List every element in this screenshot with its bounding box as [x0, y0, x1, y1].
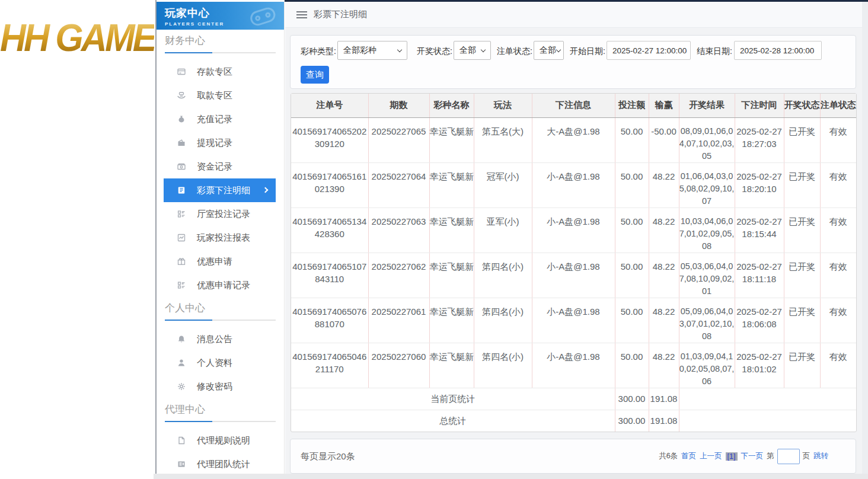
sidebar-menu: 财务中心存款专区取款专区充值记录提现记录资金记录彩票下注明细厅室投注记录玩家投注…	[157, 33, 284, 476]
sidebar-item-agent-team[interactable]: 代理团队统计	[157, 452, 284, 476]
logo-text: HH GAME	[0, 16, 155, 60]
cell: 48.22	[649, 298, 679, 343]
cell: 48.22	[649, 207, 679, 253]
sidebar-item-label: 厅室投注记录	[197, 209, 250, 220]
end-date-input[interactable]: 2025-02-28 12:00:00	[734, 41, 822, 60]
lottery-type-select[interactable]: 全部彩种	[337, 41, 407, 60]
page-size-text: 每页显示20条	[301, 451, 355, 462]
table-row[interactable]: 40156917406520230912020250227065幸运飞艇新第五名…	[291, 117, 856, 162]
sidebar-item-label: 存款专区	[197, 66, 232, 78]
sidebar-item-deposit[interactable]: 存款专区	[157, 60, 284, 84]
table-row[interactable]: 40156917406504621117020250227060幸运飞艇新第四名…	[291, 343, 856, 388]
table-row[interactable]: 40156917406507688107020250227061幸运飞艇新第四名…	[291, 298, 856, 343]
col-header: 输赢	[649, 94, 679, 117]
sidebar-item-label: 优惠申请记录	[197, 280, 250, 291]
sidebar-item-player-report[interactable]: 玩家投注报表	[157, 226, 284, 250]
sidebar-item-notice[interactable]: 消息公告	[157, 327, 284, 351]
draw-status-select[interactable]: 全部	[454, 41, 491, 60]
cell: 有效	[820, 298, 856, 343]
next-page-link[interactable]: 下一页	[741, 451, 764, 461]
cell: 有效	[820, 162, 856, 207]
col-header: 注单号	[291, 94, 368, 117]
cell: 50.00	[615, 343, 649, 388]
main-area: 彩票下注明细 彩种类型: 全部彩种 开奖状态: 全部 注单状态: 全部 开始日期…	[285, 2, 868, 474]
col-header: 下注时间	[735, 94, 784, 117]
cell: 幸运飞艇新	[429, 298, 474, 343]
sidebar-item-withdraw-record[interactable]: 提现记录	[157, 131, 284, 155]
profile-icon	[177, 358, 186, 368]
cell: 2025-02-27 18:15:44	[735, 207, 784, 253]
cell: 2025-02-27 18:20:10	[735, 162, 784, 207]
cell: 2025-02-27 18:27:03	[735, 117, 784, 162]
cell: 20250227063	[368, 207, 429, 253]
cell: 冠军(小)	[474, 162, 532, 207]
table-row[interactable]: 40156917406513442836020250227063幸运飞艇新亚军(…	[291, 207, 856, 253]
table-row[interactable]: 40156917406516102139020250227064幸运飞艇新冠军(…	[291, 162, 856, 207]
sidebar-item-label: 优惠申请	[197, 256, 232, 267]
cell: 幸运飞艇新	[429, 162, 474, 207]
menu-icon[interactable]	[296, 11, 307, 18]
chevron-down-icon	[481, 47, 486, 52]
sidebar-item-hall-bet-record[interactable]: 厅室投注记录	[157, 202, 284, 226]
summary-row: 总统计300.00191.08	[291, 410, 856, 432]
cell: 20250227065	[368, 117, 429, 162]
chevron-down-icon	[397, 47, 402, 52]
notice-icon	[177, 334, 186, 344]
lottery-type-value: 全部彩种	[343, 45, 376, 56]
summary-label: 当前页统计	[291, 388, 615, 410]
scrollbar-track[interactable]	[862, 2, 868, 479]
cell: 05,09,06,04,03,07,01,02,10,08	[679, 298, 735, 343]
cell: 小-A盘@1.98	[532, 162, 615, 207]
sidebar-item-profile[interactable]: 个人资料	[157, 351, 284, 375]
section-underline	[165, 421, 276, 422]
cell: 10,03,04,06,07,01,02,09,05,08	[679, 207, 735, 253]
sidebar-item-withdraw[interactable]: 取款专区	[157, 84, 284, 107]
col-header: 注单状态	[820, 94, 856, 117]
bottom-scrollbar-track[interactable]	[154, 474, 868, 479]
sidebar-item-lottery-bet-detail[interactable]: 彩票下注明细	[164, 178, 276, 202]
col-header: 开奖状态	[784, 94, 820, 117]
first-page-link[interactable]: 首页	[681, 451, 696, 461]
start-date-label: 开始日期:	[570, 46, 605, 57]
sidebar-item-recharge-record[interactable]: 充值记录	[157, 107, 284, 131]
prev-page-link[interactable]: 上一页	[700, 451, 722, 461]
sidebar-item-agent-rules[interactable]: 代理规则说明	[157, 429, 284, 452]
jump-action-link[interactable]: 跳转	[813, 451, 828, 461]
withdraw-icon	[177, 91, 186, 100]
sidebar-item-label: 代理规则说明	[197, 435, 250, 446]
section-underline	[165, 320, 276, 321]
search-button[interactable]: 查询	[301, 66, 329, 84]
cell: 第四名(小)	[474, 298, 532, 343]
chevron-down-icon	[556, 47, 561, 52]
cell: 小-A盘@1.98	[532, 298, 615, 343]
cell: 401569174065161021390	[291, 162, 368, 207]
bet-table: 注单号期数彩种名称玩法下注信息投注额输赢开奖结果下注时间开奖状态注单状态4015…	[291, 93, 857, 432]
funds-record-icon	[177, 162, 186, 171]
agent-team-icon	[177, 459, 186, 469]
cell: 401569174065202309120	[291, 117, 368, 162]
table-row[interactable]: 40156917406510784311020250227062幸运飞艇新第四名…	[291, 253, 856, 298]
player-report-icon	[177, 233, 186, 242]
cell: 第四名(小)	[474, 343, 532, 388]
col-header: 期数	[368, 94, 429, 117]
sidebar-item-promo-apply[interactable]: 优惠申请	[157, 250, 284, 273]
start-date-input[interactable]: 2025-02-27 12:00:00	[607, 41, 691, 60]
order-status-select[interactable]: 全部	[534, 41, 564, 60]
cell: 20250227064	[368, 162, 429, 207]
cell: 已开奖	[784, 298, 820, 343]
cell: 幸运飞艇新	[429, 343, 474, 388]
cell: 已开奖	[784, 162, 820, 207]
sidebar-item-promo-record[interactable]: 优惠申请记录	[157, 273, 284, 297]
sidebar-item-label: 充值记录	[197, 114, 232, 125]
sidebar-item-label: 消息公告	[197, 334, 232, 345]
col-header: 玩法	[474, 94, 532, 117]
sidebar-item-funds-record[interactable]: 资金记录	[157, 155, 284, 178]
current-page[interactable]: [1]	[726, 452, 738, 461]
jump-page-input[interactable]	[777, 449, 800, 464]
cell: 第五名(大)	[474, 117, 532, 162]
cell: -50.00	[649, 117, 679, 162]
cell: 48.22	[649, 162, 679, 207]
sidebar-item-password[interactable]: 修改密码	[157, 375, 284, 398]
summary-empty	[679, 388, 856, 410]
cell: 亚军(小)	[474, 207, 532, 253]
